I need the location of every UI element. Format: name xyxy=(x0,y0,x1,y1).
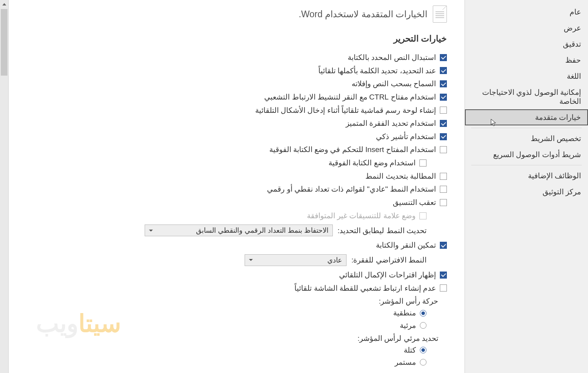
scroll-thumb[interactable] xyxy=(1,9,7,76)
options-sidebar: عام عرض تدقيق حفظ اللغة إمكانية الوصول ل… xyxy=(465,0,588,373)
sidebar-item-addins[interactable]: الوظائف الإضافية xyxy=(465,168,588,184)
option-label: وضع علامة للتنسيقات غير المتوافقة xyxy=(307,211,416,221)
sidebar-item-label: خيارات متقدمة xyxy=(535,113,581,121)
sidebar-item-accessibility[interactable]: إمكانية الوصول لذوي الاحتياجات الخاصة xyxy=(465,84,588,109)
option-label: تعقب التنسيق xyxy=(393,197,436,208)
checkbox-option-8[interactable] xyxy=(419,159,426,167)
default-paragraph-label: النمط الافتراضي للفقرة: xyxy=(351,255,426,264)
sidebar-item-trust-center[interactable]: مركز التوثيق xyxy=(465,184,588,200)
document-icon xyxy=(433,5,447,23)
cursor-icon xyxy=(490,118,497,127)
checkbox-option-3[interactable] xyxy=(440,94,447,101)
sidebar-item-language[interactable]: اللغة xyxy=(465,68,588,84)
sidebar-separator xyxy=(471,165,582,165)
checkbox-option-10[interactable] xyxy=(440,186,447,193)
radio-label: مستمر xyxy=(395,357,416,368)
option-label: المطالبة بتحديث النمط xyxy=(365,171,436,181)
sidebar-item-general[interactable]: عام xyxy=(465,4,588,20)
cursor-movement-label: حركة رأس المؤشر: xyxy=(18,295,447,307)
option-label: استخدام النمط "عادي" لقوائم ذات تعداد نق… xyxy=(267,184,436,194)
chevron-down-icon xyxy=(249,259,253,261)
page-title: الخيارات المتقدمة لاستخدام Word. xyxy=(299,9,427,20)
checkbox-autocomplete[interactable] xyxy=(440,272,447,279)
dropdown-value: عادي xyxy=(327,256,342,264)
option-label: تمكين النقر والكتابة xyxy=(376,240,436,250)
option-label: السماح بسحب النص وإفلاته xyxy=(352,79,436,89)
option-label: استخدام تأشير ذكي xyxy=(376,132,436,142)
option-label: استخدام تحديد الفقرة المتميز xyxy=(346,118,436,129)
sidebar-item-quick-access[interactable]: شريط أدوات الوصول السريع xyxy=(465,147,588,163)
checkbox-option-11[interactable] xyxy=(440,199,447,206)
checkbox-option-12 xyxy=(419,212,426,219)
checkbox-option-9[interactable] xyxy=(440,173,447,180)
checkbox-option-5[interactable] xyxy=(440,120,447,127)
checkbox-option-7[interactable] xyxy=(440,146,447,153)
checkbox-option-0[interactable] xyxy=(440,54,447,61)
radio-label: مرئية xyxy=(400,320,416,331)
checkbox-option-1[interactable] xyxy=(440,67,447,74)
section-editing-title: خيارات التحرير xyxy=(18,34,447,44)
sidebar-item-display[interactable]: عرض xyxy=(465,20,588,36)
option-label: عدم إنشاء ارتباط تشعبي للقطة الشاشة تلقا… xyxy=(294,283,436,293)
option-label: استخدام المفتاح Insert للتحكم في وضع الك… xyxy=(269,145,436,155)
radio-visual-continuous[interactable] xyxy=(420,359,426,366)
scroll-track[interactable] xyxy=(0,76,8,373)
sidebar-item-advanced[interactable]: خيارات متقدمة xyxy=(465,109,588,125)
dropdown-value: الاحتفاظ بنمط التعداد الرقمي والنقطي الس… xyxy=(196,226,328,235)
sidebar-item-proofing[interactable]: تدقيق xyxy=(465,36,588,52)
checkbox-option-2[interactable] xyxy=(440,80,447,87)
style-update-label: تحديث النمط ليطابق التحديد: xyxy=(338,226,426,235)
sidebar-item-save[interactable]: حفظ xyxy=(465,52,588,68)
vertical-scrollbar[interactable] xyxy=(0,0,9,373)
sidebar-item-customize-ribbon[interactable]: تخصيص الشريط xyxy=(465,130,588,147)
option-label: إنشاء لوحة رسم قماشية تلقائياً أثناء إدخ… xyxy=(255,105,436,116)
checkbox-click-and-type[interactable] xyxy=(440,242,447,249)
radio-visual-block[interactable] xyxy=(420,347,426,353)
radio-label: منطقية xyxy=(393,308,416,318)
watermark: سيتاويب xyxy=(36,309,121,338)
radio-cursor-logical[interactable] xyxy=(420,310,426,317)
option-label: استخدام مفتاح CTRL مع النقر لتنشيط الارت… xyxy=(264,92,436,102)
checkbox-no-hyperlink-screenshot[interactable] xyxy=(440,284,447,292)
style-update-dropdown[interactable]: الاحتفاظ بنمط التعداد الرقمي والنقطي الس… xyxy=(145,225,333,236)
checkbox-option-6[interactable] xyxy=(440,133,447,140)
sidebar-separator xyxy=(471,128,582,128)
checkbox-option-4[interactable] xyxy=(440,107,447,114)
option-label: إظهار اقتراحات الإكمال التلقائي xyxy=(339,270,436,280)
option-label: استبدال النص المحدد بالكتابة xyxy=(348,53,436,63)
chevron-down-icon xyxy=(149,230,153,232)
default-paragraph-dropdown[interactable]: عادي xyxy=(245,254,347,266)
options-main-panel: الخيارات المتقدمة لاستخدام Word. خيارات … xyxy=(9,0,465,373)
radio-label: كتلة xyxy=(404,345,416,355)
option-label: استخدام وضع الكتابة الفوقية xyxy=(328,158,416,168)
option-label: عند التحديد، تحديد الكلمة بأكملها تلقائي… xyxy=(318,66,436,76)
scroll-up-button[interactable] xyxy=(0,0,8,9)
radio-cursor-visual[interactable] xyxy=(420,322,426,329)
